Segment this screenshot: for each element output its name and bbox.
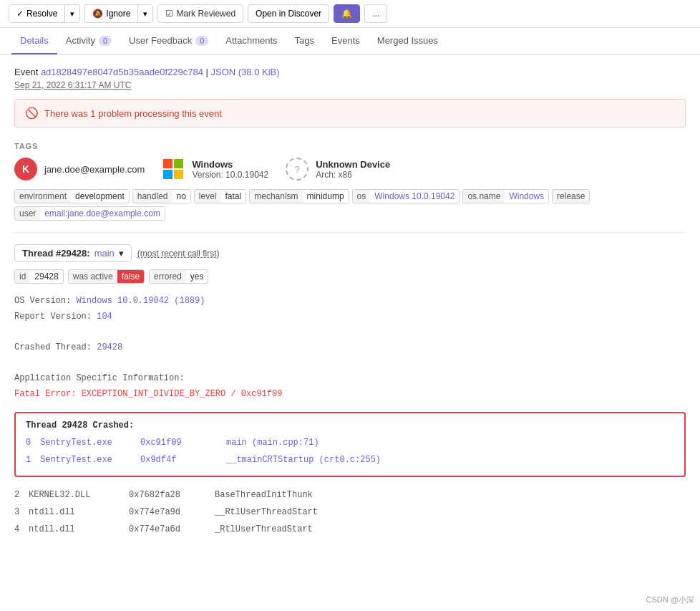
- resolve-button[interactable]: ✓ Resolve: [9, 5, 65, 22]
- divider: [14, 232, 686, 233]
- frame-addr: 0x9df4f: [140, 452, 226, 469]
- ignore-button[interactable]: 🔕 Ignore: [85, 5, 138, 22]
- alert-icon: 🚫: [25, 107, 39, 120]
- resolve-dropdown-button[interactable]: ▾: [65, 5, 79, 22]
- ignore-label: Ignore: [106, 9, 130, 19]
- tag-pill-environment[interactable]: environment development: [14, 189, 130, 203]
- tags-section-title: TAGS: [14, 142, 686, 150]
- frame-sym: main (main.cpp:71): [226, 435, 674, 452]
- toolbar: ✓ Resolve ▾ 🔕 Ignore ▾ ☑ Mark Reviewed O…: [0, 0, 700, 28]
- tab-merged-issues[interactable]: Merged Issues: [369, 28, 447, 54]
- frame-addr: 0x774e7a6d: [129, 521, 215, 539]
- event-id-link[interactable]: ad1828497e8047d5b35aade0f229c784: [41, 67, 206, 77]
- mark-reviewed-button[interactable]: ☑ Mark Reviewed: [157, 4, 243, 23]
- fatal-error-val: EXCEPTION_INT_DIVIDE_BY_ZERO / 0xc91f09: [82, 389, 283, 399]
- tab-bar: Details Activity 0 User Feedback 0 Attac…: [0, 28, 700, 55]
- platform-version-val: 10.0.19042: [225, 170, 268, 180]
- tag-val: Windows: [505, 190, 548, 203]
- tag-pill-release[interactable]: release: [552, 189, 590, 203]
- tag-key: release: [553, 190, 589, 203]
- tab-tags-label: Tags: [295, 35, 314, 46]
- alert-box: 🚫 There was 1 problem processing this ev…: [14, 99, 686, 128]
- tag-cards: K jane.doe@example.com Windows: [14, 158, 686, 181]
- meta-key: was active: [69, 270, 117, 283]
- frame-module: SentryTest.exe: [40, 435, 140, 452]
- tag-val: development: [71, 190, 129, 203]
- tab-events[interactable]: Events: [323, 28, 369, 54]
- frame-idx: 2: [14, 487, 29, 504]
- meta-key: errored: [150, 270, 186, 283]
- device-arch: Arch: x86: [316, 170, 390, 180]
- frame-module: KERNEL32.DLL: [29, 487, 129, 504]
- resolve-label: Resolve: [26, 9, 57, 19]
- resolve-split-button[interactable]: ✓ Resolve ▾: [9, 4, 80, 23]
- tab-tags[interactable]: Tags: [286, 28, 323, 54]
- tag-pill-mechanism[interactable]: mechanism minidump: [249, 189, 349, 203]
- event-json-link[interactable]: JSON (38.0 KiB): [211, 67, 280, 77]
- event-label: Event: [14, 67, 38, 77]
- fatal-error-label: Fatal Error:: [14, 389, 82, 399]
- tab-user-feedback[interactable]: User Feedback 0: [120, 28, 217, 54]
- ignore-dropdown-button[interactable]: ▾: [138, 5, 152, 22]
- tab-activity-label: Activity: [66, 35, 95, 46]
- tag-val: fatal: [221, 190, 246, 203]
- tag-key: environment: [15, 190, 71, 203]
- tab-details[interactable]: Details: [11, 28, 57, 54]
- alert-message: There was 1 problem processing this even…: [44, 108, 222, 119]
- event-id: ad1828497e8047d5b35aade0f229c784: [41, 67, 203, 77]
- tab-merged-issues-label: Merged Issues: [377, 35, 438, 46]
- tab-attachments[interactable]: Attachments: [217, 28, 286, 54]
- main-content: Event ad1828497e8047d5b35aade0f229c784 |…: [0, 55, 700, 549]
- crash-box: Thread 29428 Crashed: 0 SentryTest.exe 0…: [14, 412, 686, 477]
- crash-info: OS Version: Windows 10.0.19042 (1889) Re…: [14, 294, 686, 402]
- tag-pill-os-name[interactable]: os.name Windows: [462, 189, 549, 203]
- thread-hint: (most recent call first): [137, 249, 220, 259]
- tag-pills-row2: user email:jane.doe@example.com: [14, 206, 686, 221]
- os-version-line: OS Version: Windows 10.0.19042 (1889): [14, 294, 686, 309]
- device-name: Unknown Device: [316, 159, 390, 170]
- fatal-error-line: Fatal Error: EXCEPTION_INT_DIVIDE_BY_ZER…: [14, 387, 686, 403]
- frame-idx: 3: [14, 504, 29, 521]
- thread-selector[interactable]: Thread #29428: main ▾: [14, 244, 132, 262]
- event-timestamp: Sep 21, 2022 6:31:17 AM UTC: [14, 80, 686, 90]
- platform-tag-card: Windows Version: 10.0.19042: [162, 158, 268, 181]
- frame-sym: __tmainCRTStartup (crt0.c:255): [226, 452, 674, 469]
- tag-pill-handled[interactable]: handled no: [132, 189, 191, 203]
- tab-activity[interactable]: Activity 0: [57, 28, 120, 54]
- frame-module: SentryTest.exe: [40, 452, 140, 469]
- ignore-split-button[interactable]: 🔕 Ignore ▾: [84, 4, 153, 23]
- crashed-thread-line: Crashed Thread: 29428: [14, 340, 686, 356]
- thread-meta: id 29428 was active false errored yes: [14, 269, 686, 284]
- tag-pill-level[interactable]: level fatal: [194, 189, 246, 203]
- tags-section: TAGS K jane.doe@example.com: [14, 142, 686, 221]
- device-arch-val: x86: [339, 170, 352, 180]
- svg-rect-3: [174, 170, 183, 179]
- report-version-val: 104: [97, 312, 112, 322]
- more-label: ...: [372, 9, 379, 19]
- os-version-val: Windows 10.0.19042 (1889): [76, 296, 205, 306]
- frame-idx: 1: [26, 452, 40, 469]
- app-specific-line: Application Specific Information:: [14, 371, 686, 387]
- tag-pill-user[interactable]: user email:jane.doe@example.com: [14, 206, 165, 221]
- event-header: Event ad1828497e8047d5b35aade0f229c784 |…: [14, 67, 686, 77]
- more-button[interactable]: ...: [364, 4, 387, 23]
- platform-version: Version: 10.0.19042: [192, 170, 268, 180]
- event-json-label: JSON (38.0 KiB): [211, 67, 280, 77]
- tab-events-label: Events: [331, 35, 360, 46]
- svg-rect-0: [163, 159, 172, 168]
- bell-button[interactable]: 🔔: [334, 4, 360, 23]
- meta-val: yes: [186, 270, 208, 283]
- platform-info: Windows Version: 10.0.19042: [192, 159, 268, 180]
- thread-hint-link[interactable]: (most recent call first): [137, 249, 220, 259]
- tag-pill-os[interactable]: os Windows 10.0.19042: [352, 189, 460, 203]
- svg-rect-1: [174, 159, 183, 168]
- open-in-discover-button[interactable]: Open in Discover: [248, 4, 329, 23]
- ignore-icon: 🔕: [92, 9, 103, 19]
- device-tag-card: ? Unknown Device Arch: x86: [286, 158, 390, 181]
- device-arch-label: Arch:: [316, 170, 336, 180]
- os-version-label: OS Version:: [14, 296, 76, 306]
- crashed-thread-val: 29428: [97, 342, 122, 352]
- frame-sym: __RtlUserThreadStart: [215, 504, 686, 521]
- tab-details-label: Details: [20, 35, 49, 46]
- thread-header: Thread #29428: main ▾ (most recent call …: [14, 244, 686, 262]
